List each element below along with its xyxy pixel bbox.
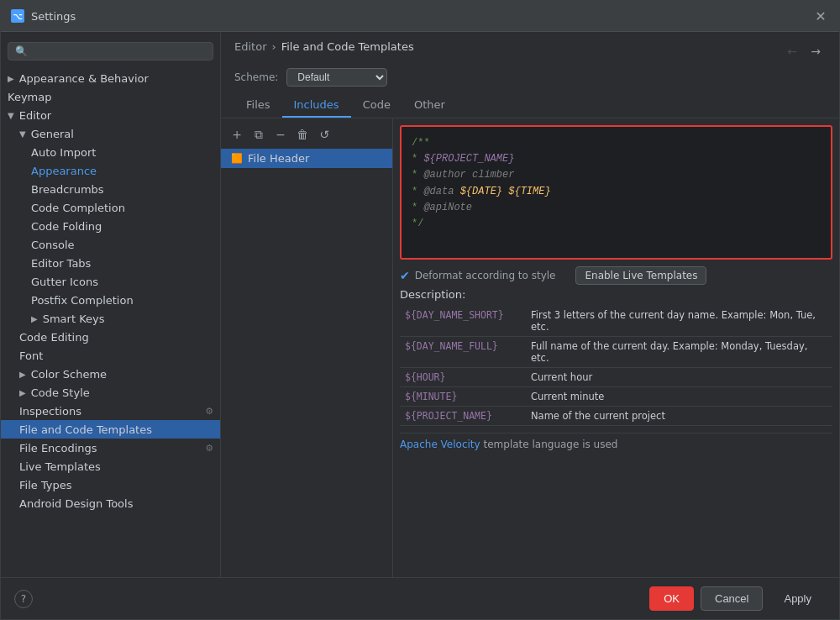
sidebar-item-font[interactable]: Font	[1, 346, 220, 365]
tab-code[interactable]: Code	[351, 93, 402, 118]
breadcrumb-separator: ›	[271, 40, 276, 53]
enable-live-templates-button[interactable]: Enable Live Templates	[575, 266, 706, 285]
sidebar-item-code-editing[interactable]: Code Editing	[1, 328, 220, 346]
content-main: + ⧉ − 🗑 ↺ 🟧 File Header	[221, 118, 839, 577]
delete-button[interactable]: 🗑	[293, 125, 312, 144]
dialog-footer: ? OK Cancel Apply	[1, 577, 839, 619]
sidebar-item-label: File and Code Templates	[19, 423, 152, 436]
sidebar-item-file-and-code-templates[interactable]: File and Code Templates	[1, 420, 220, 439]
tabs-row: Files Includes Code Other	[234, 93, 826, 118]
sidebar-item-smart-keys[interactable]: ▶ Smart Keys	[1, 309, 220, 328]
sidebar-item-label: Color Scheme	[31, 368, 107, 381]
sidebar-item-label: Code Completion	[31, 202, 125, 214]
sidebar-item-code-style[interactable]: ▶ Code Style	[1, 383, 220, 402]
cancel-button[interactable]: Cancel	[701, 586, 763, 611]
desc-cell: Current minute	[526, 387, 832, 407]
sidebar-item-auto-import[interactable]: Auto Import	[1, 143, 220, 161]
deformat-checkbox-row: ✔ Deformat according to style	[400, 269, 555, 282]
sidebar-item-appearance[interactable]: Appearance	[1, 161, 220, 180]
breadcrumb-current: File and Code Templates	[281, 40, 414, 53]
table-row: ${PROJECT_NAME} Name of the current proj…	[400, 407, 832, 426]
sidebar-item-editor[interactable]: ▼ Editor	[1, 106, 220, 124]
sidebar-item-appearance-behavior[interactable]: ▶ Appearance & Behavior	[1, 69, 220, 87]
sidebar-item-keymap[interactable]: Keymap	[1, 87, 220, 106]
arrow-icon: ▶	[19, 388, 26, 397]
table-row: ${HOUR} Current hour	[400, 368, 832, 387]
content-area: Editor › File and Code Templates ← → Sch…	[221, 32, 839, 577]
file-list-item[interactable]: 🟧 File Header	[221, 149, 392, 168]
sidebar-item-general[interactable]: ▼ General	[1, 124, 220, 143]
code-text: *	[412, 153, 417, 165]
title-bar: ⌥ Settings ✕	[1, 1, 839, 32]
code-line-5: * @apiNote	[412, 200, 821, 216]
panel-toolbar: + ⧉ − 🗑 ↺	[221, 125, 392, 149]
description-label: Description:	[400, 288, 832, 301]
table-row: ${DAY_NAME_FULL} Full name of the curren…	[400, 337, 832, 368]
remove-button[interactable]: −	[271, 125, 290, 144]
tab-includes[interactable]: Includes	[282, 93, 351, 118]
sidebar-item-android-design-tools[interactable]: Android Design Tools	[1, 494, 220, 512]
sidebar-item-editor-tabs[interactable]: Editor Tabs	[1, 254, 220, 272]
tab-files[interactable]: Files	[234, 93, 282, 118]
sidebar-item-live-templates[interactable]: Live Templates	[1, 457, 220, 476]
velocity-suffix: template language is used	[483, 439, 617, 450]
sidebar-item-file-encodings[interactable]: File Encodings ⚙	[1, 439, 220, 457]
sidebar-item-color-scheme[interactable]: ▶ Color Scheme	[1, 365, 220, 383]
sidebar-item-label: Code Folding	[31, 220, 102, 233]
arrow-icon: ▶	[19, 370, 26, 379]
reset-button[interactable]: ↺	[315, 125, 333, 144]
content-header: Editor › File and Code Templates ← → Sch…	[221, 32, 839, 118]
sidebar-item-postfix-completion[interactable]: Postfix Completion	[1, 291, 220, 309]
variable-cell: ${DAY_NAME_SHORT}	[400, 306, 526, 337]
breadcrumb-row: Editor › File and Code Templates ← →	[234, 40, 826, 61]
sidebar-item-inspections[interactable]: Inspections ⚙	[1, 402, 220, 420]
sidebar-item-file-types[interactable]: File Types	[1, 476, 220, 494]
app-icon: ⌥	[11, 9, 24, 23]
code-text: *	[412, 186, 417, 197]
scheme-select[interactable]: Default Project	[286, 68, 387, 87]
sidebar-item-label: Code Editing	[19, 331, 89, 344]
forward-button[interactable]: →	[806, 41, 826, 61]
sidebar-item-label: General	[31, 128, 74, 140]
desc-cell: Current hour	[526, 368, 832, 387]
velocity-link[interactable]: Apache Velocity	[400, 439, 480, 450]
close-button[interactable]: ✕	[812, 8, 829, 24]
scheme-row: Scheme: Default Project	[234, 68, 826, 87]
code-editor[interactable]: /** * ${PROJECT_NAME} * @author climber …	[400, 125, 832, 260]
apply-button[interactable]: Apply	[769, 586, 826, 611]
back-button[interactable]: ←	[782, 41, 802, 61]
desc-cell: Name of the current project	[526, 407, 832, 426]
code-author: @author climber	[423, 169, 514, 181]
code-text: *	[412, 202, 417, 213]
code-text: *	[412, 169, 417, 181]
code-line-1: /**	[412, 135, 821, 151]
footer-right: OK Cancel Apply	[649, 586, 826, 611]
sidebar-item-console[interactable]: Console	[1, 235, 220, 254]
sidebar-item-label: File Encodings	[19, 442, 97, 454]
enable-live-templates-label: Enable Live Templates	[585, 270, 697, 281]
search-wrap[interactable]: 🔍	[8, 42, 213, 60]
ok-button[interactable]: OK	[649, 586, 694, 611]
sidebar-item-label: Postfix Completion	[31, 294, 134, 307]
sidebar-item-breadcrumbs[interactable]: Breadcrumbs	[1, 180, 220, 198]
arrow-icon: ▼	[8, 111, 14, 120]
sidebar-item-code-completion[interactable]: Code Completion	[1, 198, 220, 217]
sidebar-item-label: Editor	[19, 109, 51, 122]
help-button[interactable]: ?	[14, 590, 33, 608]
search-input[interactable]	[33, 45, 206, 57]
sidebar-item-gutter-icons[interactable]: Gutter Icons	[1, 272, 220, 291]
copy-button[interactable]: ⧉	[249, 125, 268, 144]
breadcrumb-parent: Editor	[234, 40, 266, 53]
table-row: ${MINUTE} Current minute	[400, 387, 832, 407]
sidebar-item-label: Android Design Tools	[19, 497, 133, 510]
description-table: ${DAY_NAME_SHORT} First 3 letters of the…	[400, 306, 832, 426]
search-icon: 🔍	[15, 45, 28, 57]
scheme-label: Scheme:	[234, 71, 278, 83]
tab-other[interactable]: Other	[402, 93, 457, 118]
search-box: 🔍	[1, 37, 220, 66]
add-button[interactable]: +	[228, 125, 246, 144]
code-var-date: ${DATE}	[460, 186, 502, 197]
table-row: ${DAY_NAME_SHORT} First 3 letters of the…	[400, 306, 832, 337]
arrow-icon: ▶	[8, 74, 14, 83]
sidebar-item-code-folding[interactable]: Code Folding	[1, 217, 220, 235]
